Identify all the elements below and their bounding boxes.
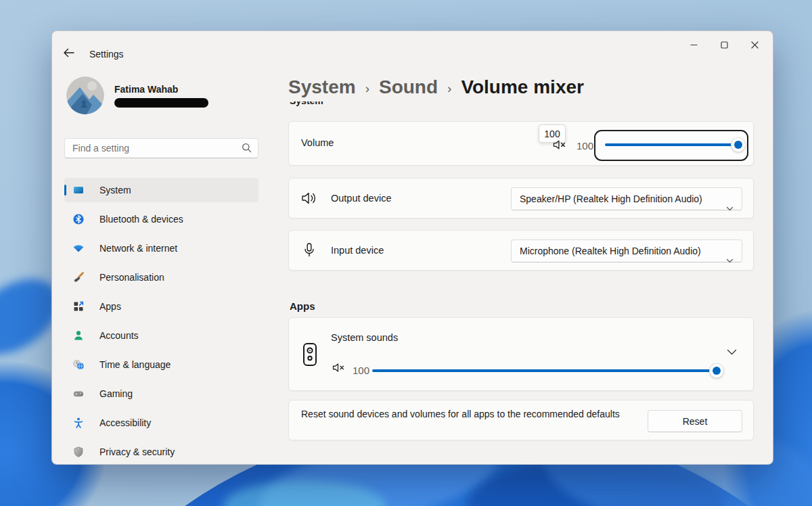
breadcrumb-current: Volume mixer xyxy=(461,76,584,98)
settings-window: Settings xyxy=(51,30,773,465)
volume-slider[interactable] xyxy=(595,131,747,160)
avatar xyxy=(66,76,104,114)
slider-thumb[interactable] xyxy=(709,363,724,378)
speaker-icon xyxy=(301,191,317,206)
sidebar-item-gaming[interactable]: Gaming xyxy=(64,382,258,406)
volume-value: 100 xyxy=(577,140,593,152)
bluetooth-icon xyxy=(72,213,85,225)
reset-card: Reset sound devices and volumes for all … xyxy=(288,400,754,440)
chevron-down-icon xyxy=(726,197,734,220)
output-device-label: Output device xyxy=(331,193,391,204)
sidebar-item-system[interactable]: System xyxy=(64,178,258,202)
sidebar-item-time-language[interactable]: Time & language xyxy=(64,352,258,377)
system-sounds-slider[interactable] xyxy=(289,318,753,390)
input-device-card: Input device Microphone (Realtek High De… xyxy=(288,230,754,271)
breadcrumb: System › Sound › Volume mixer xyxy=(288,76,584,98)
profile-name: Fatima Wahab xyxy=(114,84,208,95)
reset-description: Reset sound devices and volumes for all … xyxy=(301,407,633,421)
input-device-label: Input device xyxy=(331,245,384,256)
sidebar-item-accessibility[interactable]: Accessibility xyxy=(64,411,258,435)
user-profile: Fatima Wahab xyxy=(66,76,208,114)
sidebar-item-personalisation[interactable]: Personalisation xyxy=(64,265,258,290)
input-device-select[interactable]: Microphone (Realtek High Definition Audi… xyxy=(511,239,742,262)
mute-icon xyxy=(553,139,566,150)
volume-label: Volume xyxy=(301,137,334,148)
accounts-icon xyxy=(72,329,85,342)
output-device-select[interactable]: Speaker/HP (Realtek High Definition Audi… xyxy=(511,187,742,210)
volume-mute-button[interactable] xyxy=(553,139,566,153)
privacy-security-icon xyxy=(72,446,85,458)
sidebar-item-bluetooth-devices[interactable]: Bluetooth & devices xyxy=(64,207,258,231)
search-input[interactable] xyxy=(64,138,258,158)
slider-focus-ring xyxy=(594,130,748,161)
back-arrow-icon xyxy=(63,48,74,58)
sidebar-item-network-internet[interactable]: Network & internet xyxy=(64,236,258,260)
time-language-icon xyxy=(72,359,85,371)
sidebar-nav: System Bluetooth & devices Network & int… xyxy=(64,178,258,465)
back-button[interactable] xyxy=(63,45,82,61)
chevron-down-icon xyxy=(726,249,734,272)
breadcrumb-separator-icon: › xyxy=(365,81,369,96)
sidebar-item-accounts[interactable]: Accounts xyxy=(64,323,258,348)
output-device-card: Output device Speaker/HP (Realtek High D… xyxy=(288,178,754,218)
breadcrumb-sound[interactable]: Sound xyxy=(379,76,438,98)
sidebar-item-privacy-security[interactable]: Privacy & security xyxy=(64,440,258,464)
app-title: Settings xyxy=(89,49,124,60)
breadcrumb-system[interactable]: System xyxy=(288,76,356,98)
microphone-icon xyxy=(301,242,317,258)
gaming-icon xyxy=(72,388,85,400)
main-content: System › Sound › Volume mixer System Vol… xyxy=(288,31,754,464)
sidebar-item-apps[interactable]: Apps xyxy=(64,294,258,319)
network-icon xyxy=(72,242,85,254)
expand-chevron-icon[interactable] xyxy=(727,349,737,356)
slider-track xyxy=(372,369,722,372)
selection-indicator xyxy=(64,185,66,196)
breadcrumb-separator-icon: › xyxy=(447,81,451,96)
slider-thumb[interactable] xyxy=(731,137,746,152)
apps-section-title: Apps xyxy=(290,300,315,312)
apps-icon xyxy=(72,300,85,313)
section-label-system-clipped: System xyxy=(290,101,323,111)
personalisation-icon xyxy=(72,271,85,283)
reset-button[interactable]: Reset xyxy=(648,410,742,432)
system-icon xyxy=(72,184,85,196)
slider-track xyxy=(605,143,740,146)
volume-card: Volume 100 100 xyxy=(288,121,754,166)
redacted-email xyxy=(114,98,208,108)
system-sounds-card: System sounds 100 xyxy=(288,317,754,391)
search-icon xyxy=(242,143,252,153)
accessibility-icon xyxy=(72,417,85,429)
